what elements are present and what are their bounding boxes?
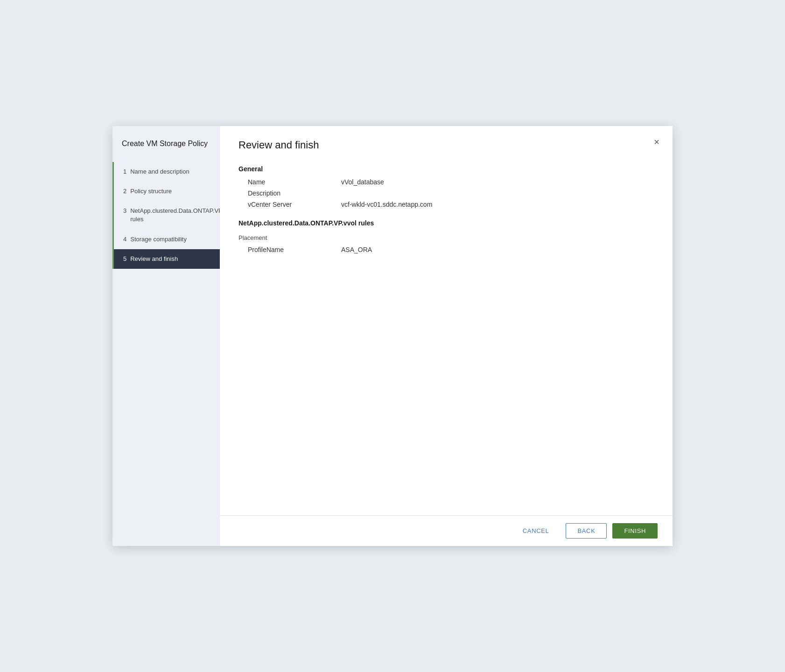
- sidebar-item-3[interactable]: 3 NetApp.clustered.Data.ONTAP.VP.vvol ru…: [112, 201, 220, 229]
- label-name: Name: [238, 176, 341, 188]
- sidebar-item-1[interactable]: 1 Name and description: [112, 162, 220, 182]
- rules-section-title: NetApp.clustered.Data.ONTAP.VP.vvol rule…: [238, 219, 654, 227]
- step-num-4: 4: [123, 236, 126, 243]
- table-row-name: Name vVol_database: [238, 176, 654, 188]
- placement-header: Placement: [238, 231, 654, 244]
- dialog-footer: CANCEL BACK FINISH: [220, 515, 673, 546]
- label-vcenter: vCenter Server: [238, 199, 341, 210]
- step-label-2: Policy structure: [130, 187, 172, 196]
- sidebar: Create VM Storage Policy 1 Name and desc…: [112, 126, 220, 546]
- sidebar-title: Create VM Storage Policy: [112, 126, 220, 162]
- label-profilename: ProfileName: [238, 244, 341, 255]
- step-num-5: 5: [123, 255, 126, 262]
- value-profilename: ASA_ORA: [341, 244, 654, 255]
- dialog-body: Create VM Storage Policy 1 Name and desc…: [112, 126, 673, 546]
- sidebar-item-5[interactable]: 5 Review and finish: [112, 249, 220, 269]
- value-name: vVol_database: [341, 176, 654, 188]
- table-row-profilename: ProfileName ASA_ORA: [238, 244, 654, 255]
- table-row-description: Description: [238, 188, 654, 199]
- cancel-button[interactable]: CANCEL: [512, 524, 561, 538]
- main-content: × Review and finish General Name vVol_da…: [220, 126, 673, 546]
- label-description: Description: [238, 188, 341, 199]
- general-table: Name vVol_database Description vCenter S…: [238, 176, 654, 210]
- value-description: [341, 188, 654, 199]
- create-vm-storage-policy-dialog: Create VM Storage Policy 1 Name and desc…: [112, 126, 673, 546]
- step-label-5: Review and finish: [130, 255, 178, 263]
- table-row-vcenter: vCenter Server vcf-wkld-vc01.sddc.netapp…: [238, 199, 654, 210]
- sidebar-item-4[interactable]: 4 Storage compatibility: [112, 230, 220, 249]
- finish-button[interactable]: FINISH: [612, 523, 658, 539]
- close-button[interactable]: ×: [652, 135, 661, 148]
- value-vcenter: vcf-wkld-vc01.sddc.netapp.com: [341, 199, 654, 210]
- step-label-3: NetApp.clustered.Data.ONTAP.VP.vvol rule…: [130, 207, 234, 224]
- step-num-3: 3: [123, 207, 126, 214]
- step-num-1: 1: [123, 168, 126, 175]
- step-num-2: 2: [123, 188, 126, 195]
- general-header: General: [238, 165, 654, 173]
- sidebar-item-2[interactable]: 2 Policy structure: [112, 182, 220, 201]
- step-label-4: Storage compatibility: [130, 235, 187, 244]
- page-title: Review and finish: [238, 139, 654, 151]
- back-button[interactable]: BACK: [566, 523, 607, 539]
- placement-table: ProfileName ASA_ORA: [238, 244, 654, 255]
- step-label-1: Name and description: [130, 168, 189, 176]
